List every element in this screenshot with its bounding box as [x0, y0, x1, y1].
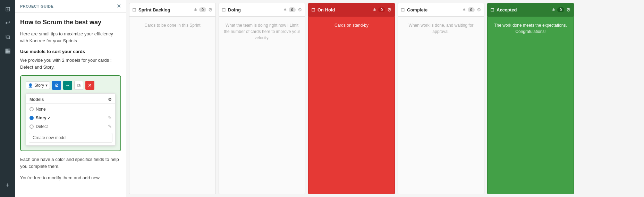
copy-preview-btn[interactable]: ⧉ [74, 81, 83, 90]
count-doing: 0 [289, 7, 296, 12]
model-none-label: None [36, 107, 46, 112]
guide-section-title: Use models to sort your cards [20, 49, 121, 54]
column-title-doing: Doing [228, 7, 281, 12]
model-defect-left: Defect [29, 124, 48, 129]
asterisk-doing: ✱ [283, 8, 287, 12]
models-label: Models [29, 97, 44, 102]
count-complete: 0 [468, 7, 475, 12]
layers-icon[interactable]: ⧉ [1, 31, 14, 43]
column-header-onhold: ⊟ On Hold ✱ 0 ⚙ [308, 3, 395, 17]
column-sprint-backlog: ⊟ Sprint Backlog ✱ 0 ⚙ Cards to be done … [129, 3, 216, 194]
count-accepted: 0 [557, 7, 564, 12]
grid-icon[interactable]: ⊞ [1, 3, 14, 15]
guide-footer-text2: You're free to modify them and add new [20, 174, 121, 181]
column-accepted: ⊟ Accepted ✱ 0 ⚙ The work done meets the… [487, 3, 574, 194]
radio-story [29, 116, 34, 120]
model-defect-label: Defect [36, 124, 48, 129]
settings-sprint-backlog-icon[interactable]: ⚙ [208, 7, 213, 12]
story-selector[interactable]: 👤 Story ▾ [26, 82, 50, 89]
column-body-text-doing: What the team is doing right now ! Limit… [222, 20, 302, 43]
column-complete: ⊟ Complete ✱ 0 ⚙ When work is done, and … [398, 3, 484, 194]
guide-header: PROJECT GUIDE ✕ [15, 0, 126, 13]
column-doing: ⊟ Doing ✱ 0 ⚙ What the team is doing rig… [219, 3, 305, 194]
collapse-accepted-icon[interactable]: ⊟ [490, 7, 494, 12]
close-button[interactable]: ✕ [117, 3, 121, 9]
column-title-complete: Complete [407, 7, 460, 12]
column-body-text-accepted: The work done meets the expectations. Co… [490, 20, 571, 37]
column-body-accepted: The work done meets the expectations. Co… [487, 17, 574, 194]
asterisk-onhold: ✱ [373, 8, 376, 12]
sidebar: ⊞ ↩ ⧉ ▦ + [0, 0, 15, 197]
column-title-accepted: Accepted [497, 7, 550, 12]
guide-footer-text: Each one have a color and specifics fiel… [20, 156, 121, 170]
column-body-complete: When work is done, and waiting for appro… [398, 17, 484, 194]
guide-panel: PROJECT GUIDE ✕ How to Scrum the best wa… [15, 0, 126, 197]
collapse-complete-icon[interactable]: ⊟ [401, 7, 405, 12]
column-onhold: ⊟ On Hold ✱ 0 ⚙ Cards on stand-by [308, 3, 395, 194]
kanban-area: ⊟ Sprint Backlog ✱ 0 ⚙ Cards to be done … [126, 0, 644, 197]
edit-defect-icon[interactable]: ✎ [108, 124, 112, 129]
asterisk-sprint-backlog: ✱ [194, 8, 197, 12]
model-item-story[interactable]: Story ✓ ✎ [26, 113, 115, 122]
guide-main-title: How to Scrum the best way [20, 18, 121, 26]
settings-accepted-icon[interactable]: ⚙ [566, 7, 571, 12]
asterisk-complete: ✱ [463, 8, 466, 12]
settings-complete-icon[interactable]: ⚙ [477, 7, 481, 12]
chart-icon[interactable]: ▦ [1, 44, 14, 57]
column-body-onhold: Cards on stand-by [308, 17, 395, 194]
column-body-sprint-backlog: Cards to be done in this Sprint [129, 17, 216, 194]
guide-header-title: PROJECT GUIDE [20, 4, 53, 8]
models-dropdown-header: Models ⚙ [26, 96, 115, 104]
column-title-onhold: On Hold [317, 7, 371, 12]
guide-intro-text: Here are small tips to maximize your eff… [20, 31, 121, 44]
column-header-complete: ⊟ Complete ✱ 0 ⚙ [398, 3, 484, 17]
model-none-left: None [29, 107, 46, 112]
asterisk-accepted: ✱ [552, 8, 555, 12]
model-story-left: Story ✓ [29, 115, 51, 120]
radio-defect [29, 125, 34, 129]
column-header-sprint-backlog: ⊟ Sprint Backlog ✱ 0 ⚙ [129, 3, 216, 17]
history-icon[interactable]: ↩ [1, 17, 14, 29]
model-item-none[interactable]: None [26, 105, 115, 113]
chevron-down-icon: ▾ [45, 83, 48, 88]
settings-doing-icon[interactable]: ⚙ [298, 7, 302, 12]
create-new-model-button[interactable]: Create new model [29, 133, 112, 143]
count-onhold: 0 [378, 7, 385, 12]
models-gear-icon[interactable]: ⚙ [108, 97, 112, 102]
column-body-doing: What the team is doing right now ! Limit… [219, 17, 305, 194]
collapse-doing-icon[interactable]: ⊟ [222, 7, 226, 12]
edit-story-icon[interactable]: ✎ [108, 115, 112, 120]
column-body-text-sprint-backlog: Cards to be done in this Sprint [132, 20, 213, 31]
column-title-sprint-backlog: Sprint Backlog [138, 7, 192, 12]
guide-content: How to Scrum the best way Here are small… [15, 13, 126, 197]
collapse-onhold-icon[interactable]: ⊟ [311, 7, 315, 12]
person-icon: 👤 [28, 83, 33, 88]
column-body-text-onhold: Cards on stand-by [311, 20, 392, 31]
model-story-label: Story ✓ [36, 115, 51, 120]
settings-onhold-icon[interactable]: ⚙ [387, 7, 392, 12]
column-header-accepted: ⊟ Accepted ✱ 0 ⚙ [487, 3, 574, 17]
add-icon[interactable]: + [1, 179, 14, 191]
preview-story-bar: 👤 Story ▾ ⚙ → ⧉ ✕ [26, 81, 116, 90]
radio-none [29, 107, 34, 111]
model-item-defect[interactable]: Defect ✎ [26, 122, 115, 131]
guide-section-text: We provide you with 2 models for your ca… [20, 57, 121, 70]
story-label: Story [34, 83, 44, 88]
models-dropdown: Models ⚙ None Story ✓ ✎ [26, 93, 116, 146]
count-sprint-backlog: 0 [199, 7, 206, 12]
guide-preview: 👤 Story ▾ ⚙ → ⧉ ✕ Models ⚙ [20, 75, 121, 151]
column-body-text-complete: When work is done, and waiting for appro… [401, 20, 481, 37]
collapse-sprint-backlog-icon[interactable]: ⊟ [132, 7, 136, 12]
column-header-doing: ⊟ Doing ✱ 0 ⚙ [219, 3, 305, 17]
settings-preview-btn[interactable]: ⚙ [52, 81, 61, 90]
delete-preview-btn[interactable]: ✕ [85, 81, 94, 90]
move-preview-btn[interactable]: → [63, 81, 72, 90]
